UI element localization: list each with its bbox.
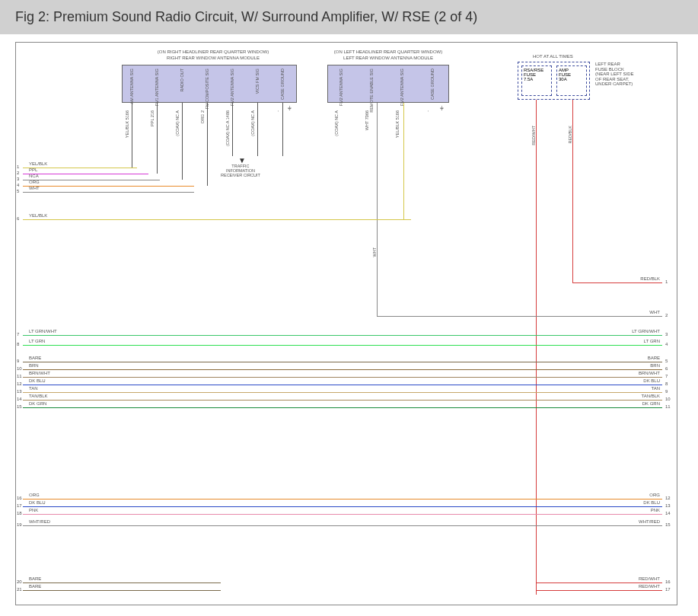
right-pin-num-14: 14: [665, 511, 671, 515]
wire-red-blk-v: [572, 100, 573, 282]
right-pin-6: CASE GROUND: [280, 69, 285, 100]
right-pin-color-4: (COAX) NC A 1486: [225, 110, 230, 146]
left-wire-3: [23, 180, 160, 180]
right-pin-num-7: 7: [665, 374, 668, 378]
right-pin-color-6: -: [276, 110, 280, 112]
right-pin-stub-4: [232, 103, 233, 156]
left-wire-15: [23, 407, 662, 408]
fd3: (NEAR LEFT SIDE: [595, 72, 656, 77]
left-wire-13: [23, 392, 662, 393]
left-pin-num-10: 10: [17, 366, 22, 371]
fd1: LEFT REAR: [595, 62, 656, 67]
right-pin-stub-5: [257, 103, 258, 156]
right-wire-2: [377, 316, 662, 317]
left-pin-num-5: 5: [17, 189, 19, 193]
left-pin-1: REMOTE ENABLE SIG: [369, 69, 374, 113]
left-pin-color-0: (COAX) NC A: [334, 110, 339, 136]
right-pin-num-16: 16: [665, 579, 671, 584]
right-wire-label-6: BRN: [624, 363, 660, 368]
left-wire-2: [23, 174, 148, 174]
right-pin-num-10: 10: [665, 397, 671, 401]
right-pin-1: FM1 ANTENNA SIG: [155, 69, 159, 106]
fuse-block-desc: LEFT REAR FUSE BLOCK (NEAR LEFT SIDE OF …: [595, 62, 656, 87]
right-pin-stub-3: [207, 103, 208, 186]
right-wire-label-12: ORG: [624, 493, 660, 497]
page-title: Fig 2: Premium Sound Radio Circuit, W/ S…: [0, 0, 698, 34]
right-pin-num-11: 11: [665, 404, 671, 409]
left-wire-label-1: YEL/BLK: [29, 161, 47, 166]
left-pin-num-17: 17: [17, 503, 22, 508]
left-wire-label-3: NCA: [29, 174, 39, 178]
left-pin-num-19: 19: [17, 522, 22, 527]
right-pin-num-3: 3: [665, 332, 668, 337]
wire-wht-v: [377, 103, 378, 316]
fuse-block: RSA/RSE FUSE 7.5A AMP FUSE 30A: [518, 62, 590, 100]
left-pin-color-2: YEL/BLK 5166: [395, 110, 400, 138]
right-wire-label-16: RED/WHT: [624, 576, 660, 581]
right-pin-2: RADIO OUT: [180, 69, 184, 92]
left-pin-num-14: 14: [17, 397, 22, 401]
arrow-down-icon: ▼: [238, 156, 246, 164]
left-pin-num-9: 9: [17, 359, 19, 363]
wiring-diagram: (ON RIGHT HEADLINER REAR QUARTER WINDOW)…: [0, 34, 698, 613]
left-pin-0: FM2 ANTENNA SIG: [339, 69, 343, 106]
left-wire-label-19: WHT/RED: [29, 519, 50, 524]
left-wire-label-17: DK BLU: [29, 500, 46, 505]
right-module-loc: (ON RIGHT HEADLINER REAR QUARTER WINDOW): [137, 49, 289, 54]
right-pin-5: VICS FM SIG: [255, 69, 260, 94]
left-pin-num-1: 1: [17, 164, 19, 169]
wire-red-wht-v: [536, 100, 537, 595]
left-pin-num-18: 18: [17, 511, 22, 515]
left-wire-label-21: BARE: [29, 584, 41, 589]
fd4: OF REAR SEAT,: [595, 77, 656, 82]
right-wire-1: [572, 282, 662, 283]
left-wire-label-4: ORG: [29, 180, 40, 184]
left-wire-7: [23, 335, 662, 336]
right-pin-color-3: ORG 2: [200, 110, 205, 123]
right-module-name: RIGHT REAR WINDOW ANTENNA MODULE: [137, 56, 289, 60]
left-wire-label-7: LT GRN/WHT: [29, 329, 57, 334]
left-pin-num-15: 15: [17, 404, 22, 409]
right-pin-num-2: 2: [665, 313, 668, 318]
left-wire-1: [23, 168, 137, 168]
right-pin-num-4: 4: [665, 342, 668, 346]
left-wire-9: [23, 362, 662, 362]
left-wire-12: [23, 385, 662, 385]
right-wire-label-15: WHT/RED: [624, 519, 660, 524]
left-wire-label-6: YEL/BLK: [29, 213, 47, 218]
left-pin-color-3: -: [425, 110, 430, 112]
right-pin-num-9: 9: [665, 389, 668, 394]
right-pin-num-1: 1: [665, 279, 668, 284]
left-wire-10: [23, 369, 662, 370]
right-pin-color-1: PPL 216: [150, 110, 155, 126]
right-pin-color-5: (COAX) NC A: [250, 110, 255, 136]
right-wire-label-11: DK GRN: [624, 401, 660, 406]
left-pin-num-3: 3: [17, 177, 19, 181]
lbl-redwht-v: RED/WHT: [531, 126, 536, 145]
left-wire-21: [23, 590, 221, 591]
left-pin-num-21: 21: [17, 587, 22, 592]
left-pin-num-16: 16: [17, 496, 22, 500]
left-pin-num-8: 8: [17, 342, 19, 346]
left-pin-num-2: 2: [17, 171, 19, 175]
right-wire-label-13: DK BLU: [624, 500, 660, 505]
diagram-border: [15, 42, 677, 605]
left-wire-11: [23, 377, 662, 378]
left-pin-3: CASE GROUND: [430, 69, 435, 100]
traffic-info-circuit: TRAFFIC INFORMATION RECEIVER CIRCUIT: [221, 164, 260, 177]
right-pin-stub-0: [132, 103, 132, 168]
left-wire-label-20: BARE: [29, 576, 41, 581]
right-pin-num-6: 6: [665, 366, 668, 371]
right-pin-num-15: 15: [665, 522, 671, 527]
left-module-name: LEFT REAR WINDOW ANTENNA MODULE: [327, 56, 449, 60]
left-pin-num-7: 7: [17, 332, 19, 337]
left-pin-num-13: 13: [17, 389, 22, 394]
right-pin-4: FM2 ANTENNA SIG: [230, 69, 234, 106]
right-wire-label-3: LT GRN/WHT: [624, 329, 660, 334]
left-wire-19: [23, 525, 662, 526]
fuse-rsa-rse: RSA/RSE FUSE 7.5A: [521, 65, 552, 96]
right-wire-label-14: PNK: [624, 508, 660, 512]
fuse-amp: AMP FUSE 30A: [556, 65, 587, 96]
left-wire-17: [23, 506, 662, 507]
left-wire-label-2: PPL: [29, 168, 37, 172]
